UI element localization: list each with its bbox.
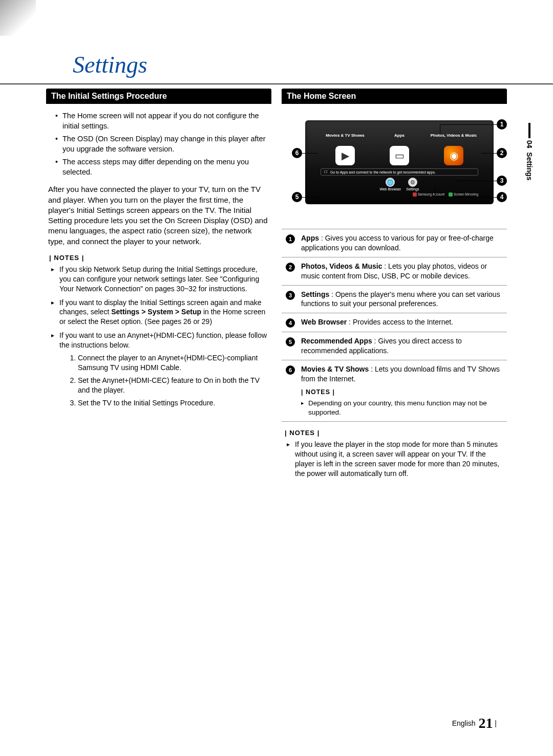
key-b-icon [449, 192, 453, 197]
small-web-browser: 🌐 Web Browser [379, 178, 401, 191]
callout-number: 6 [284, 364, 297, 375]
key-a-icon [413, 192, 417, 197]
callout-line [435, 197, 497, 198]
two-column-layout: The Initial Settings Procedure The Home … [46, 88, 507, 483]
key-a-label: Samsung Account [418, 192, 444, 196]
callout-rest: : Gives you access to various for pay or… [301, 234, 494, 252]
callout-number: 2 [284, 262, 297, 272]
callout-number: 5 [284, 336, 297, 347]
side-tab: 04 Settings [525, 123, 534, 181]
tile-apps: Apps ▭ [375, 134, 424, 165]
notes-label: | NOTES | [285, 429, 507, 437]
chapter-title: Settings [46, 31, 507, 83]
initial-settings-bullets: The Home screen will not appear if you d… [46, 111, 271, 177]
tile-photos-videos-music: Photos, Videos & Music ◉ [429, 134, 478, 165]
footer-pipe: | [495, 719, 497, 727]
table-row: 3 Settings : Opens the player's menu whe… [282, 286, 507, 314]
side-tab-marker [528, 123, 530, 138]
num-badge: 2 [286, 263, 295, 272]
callout-dot-2: 2 [497, 148, 507, 158]
callout-dot-1: 1 [497, 119, 507, 129]
bullet-item: The Home screen will not appear if you d… [55, 111, 269, 131]
page-number: 21 [478, 715, 493, 731]
notes-list-left: If you skip Network Setup during the Ini… [46, 265, 271, 408]
tile-label: Photos, Videos & Music [429, 134, 478, 145]
callout-line [435, 188, 435, 197]
note-item: If you leave the player in the stop mode… [287, 440, 505, 479]
callout-number: 3 [284, 290, 297, 300]
callout-text: Web Browser : Provides access to the Int… [301, 317, 505, 327]
page-content: Settings 04 Settings The Initial Setting… [0, 0, 553, 756]
small-label: Web Browser [379, 187, 401, 191]
media-icon: ◉ [444, 146, 463, 165]
rec-bar-icon: ☐ [324, 170, 327, 174]
home-screen-tiles-row: Movies & TV Shows ▶ Apps ▭ Photos, Video… [321, 134, 478, 165]
notes-label: | NOTES | [301, 388, 505, 397]
note-item: If you want to use an Anynet+(HDMI-CEC) … [51, 331, 269, 407]
callout-dot-6: 6 [292, 148, 302, 158]
callout-bold: Apps [301, 234, 319, 242]
callout-number: 1 [284, 233, 297, 244]
callout-text: Apps : Gives you access to various for p… [301, 233, 505, 253]
globe-icon: 🌐 [386, 178, 395, 187]
page-footer: English 21 | [452, 715, 497, 731]
callout-text: Movies & TV Shows : Lets you download fi… [301, 364, 505, 417]
num-badge: 6 [286, 365, 295, 375]
callout-text: Photos, Videos & Music : Lets you play p… [301, 262, 505, 281]
section-heading-home-screen: The Home Screen [282, 89, 507, 104]
num-badge: 4 [286, 318, 295, 328]
side-tab-label: Settings [525, 152, 534, 180]
home-screen-diagram: Movies & TV Shows ▶ Apps ▭ Photos, Video… [296, 111, 503, 213]
tile-movies-tv: Movies & TV Shows ▶ [321, 134, 370, 165]
callout-line [440, 124, 497, 125]
column-left: The Initial Settings Procedure The Home … [46, 89, 271, 483]
small-label: Settings [406, 187, 419, 191]
side-tab-text: 04 Settings [525, 140, 534, 181]
bullet-item: The OSD (On Screen Display) may change i… [55, 134, 269, 154]
initial-settings-paragraph: After you have connected the player to y… [46, 184, 271, 247]
rec-bar-text: Go to Apps and connect to the network to… [330, 170, 436, 174]
note-item: Depending on your country, this menu fun… [301, 399, 505, 417]
note-sublist: Connect the player to an Anynet+(HDMI-CE… [59, 353, 269, 407]
callout-bold: Settings [301, 290, 329, 298]
notes-label: | NOTES | [49, 254, 271, 262]
bullet-item: The access steps may differ depending on… [55, 157, 269, 177]
callout-text: Settings : Opens the player's menu where… [301, 290, 505, 309]
callout-rest: : Opens the player's menu where you can … [301, 290, 500, 308]
note-text: If you want to use an Anynet+(HDMI-CEC) … [59, 331, 267, 349]
gear-icon: ⚙ [408, 178, 417, 187]
play-icon: ▶ [335, 146, 355, 165]
home-screen-small-row: 🌐 Web Browser ⚙ Settings [321, 178, 478, 191]
footer-language: English [452, 719, 476, 727]
callout-table: 1 Apps : Gives you access to various for… [282, 229, 507, 422]
callout-rest: : Provides access to the Internet. [347, 318, 453, 326]
sub-item: Set the Anynet+(HDMI-CEC) feature to On … [78, 376, 269, 395]
table-row: 6 Movies & TV Shows : Lets you download … [282, 360, 507, 422]
callout-dot-4: 4 [497, 192, 507, 202]
table-row: 1 Apps : Gives you access to various for… [282, 229, 507, 257]
callout-line [481, 153, 497, 154]
sub-item: Set the TV to the Initial Settings Proce… [78, 398, 269, 408]
home-screen-box: Movies & TV Shows ▶ Apps ▭ Photos, Video… [305, 120, 494, 204]
callout-dot-3: 3 [497, 176, 507, 186]
note-item: If you want to display the Initial Setti… [51, 298, 269, 327]
column-right: The Home Screen Movies & TV Shows ▶ Apps… [282, 89, 507, 483]
callout-bold: Recommended Apps [301, 337, 372, 345]
callout-line [302, 197, 317, 198]
table-row: 4 Web Browser : Provides access to the I… [282, 313, 507, 332]
table-row: 2 Photos, Videos & Music : Lets you play… [282, 257, 507, 286]
callout-text: Recommended Apps : Gives you direct acce… [301, 336, 505, 356]
callout-number: 4 [284, 317, 297, 328]
callout-line [440, 124, 440, 135]
recommended-apps-bar: ☐ Go to Apps and connect to the network … [321, 168, 478, 176]
note-item: If you skip Network Setup during the Ini… [51, 265, 269, 294]
callout-bold: Movies & TV Shows [301, 365, 369, 373]
num-badge: 3 [286, 291, 295, 300]
num-badge: 1 [286, 234, 295, 244]
title-rule [0, 83, 553, 84]
num-badge: 5 [286, 337, 295, 347]
notes-list-right-bottom: If you leave the player in the stop mode… [282, 440, 507, 479]
callout-line [456, 181, 497, 181]
callout-line [302, 153, 317, 154]
home-screen-footer: Samsung Account Screen Mirroring [321, 192, 478, 197]
